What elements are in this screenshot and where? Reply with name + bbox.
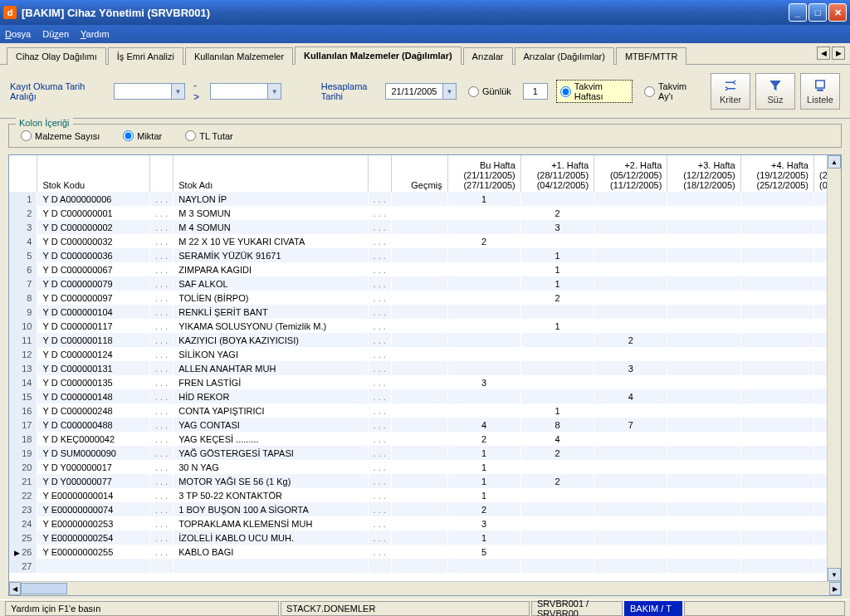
table-row[interactable]: 20Y D Y000000017. . .30 N YAG. . .1 (9, 460, 841, 474)
col-w2[interactable]: +2. Hafta(05/12/2005)(11/12/2005) (594, 155, 667, 192)
range-to-input[interactable] (210, 83, 268, 100)
tab-arizalar[interactable]: Arızalar (463, 47, 513, 65)
table-row[interactable]: 25Y E00000000254. . .İZOLELİ KABLO UCU M… (9, 530, 841, 545)
table-row[interactable]: 8Y D C000000097. . .TOLİEN (BİRPO). . .2 (9, 291, 841, 305)
tab-mtbf[interactable]: MTBF/MTTR (616, 47, 687, 65)
col-w0[interactable]: Bu Hafta(21/11/2005)(27/11/2005) (447, 155, 520, 192)
tab-malzemeler[interactable]: Kullanılan Malzemeler (185, 47, 293, 65)
scroll-up-icon[interactable]: ▲ (828, 155, 841, 169)
table-row[interactable]: 3Y D C000000002. . .M 4 SOMUN. . .3 (9, 220, 841, 234)
radio-haftasi[interactable]: Takvim Haftası (556, 80, 633, 103)
range-label: Kayıt Okuma Tarih Aralığı (10, 81, 105, 101)
range-from-input[interactable] (114, 83, 172, 100)
table-row[interactable]: 26Y E00000000255. . .KABLO BAGI. . .5 (9, 545, 841, 559)
title-bar: d [BAKIM] Cihaz Yönetimi (SRVBR001) _ □ … (0, 0, 850, 25)
table-row[interactable]: 4Y D C000000032. . .M 22 X 10 VE YUKARI … (9, 234, 841, 248)
table-row[interactable]: 10Y D C000000117. . .YIKAMA SOLUSYONU (T… (9, 319, 841, 333)
horizontal-scrollbar[interactable]: ◀ ▶ (9, 581, 841, 595)
filter-bar: Kayıt Okuma Tarih Aralığı ▼ -> ▼ Hesapla… (0, 65, 850, 119)
table-row[interactable]: 7Y D C000000079. . .SAF ALKOL. . .1 (9, 276, 841, 291)
app-icon: d (3, 6, 17, 19)
kolon-icerigi-group: Kolon İçeriği Malzeme Sayısı Miktar TL T… (8, 124, 842, 148)
table-row[interactable]: 18Y D KEÇ0000042. . .YAG KEÇESİ ........… (9, 432, 841, 446)
col-gecmis[interactable]: Geçmiş (391, 155, 447, 192)
kriter-button[interactable]: Kriter (711, 73, 750, 110)
menu-bar: Dosya Düzen Yardım (0, 25, 850, 43)
table-row[interactable]: 24Y E00000000253. . .TOPRAKLAMA KLEMENSİ… (9, 516, 841, 530)
col-stok-adi[interactable]: Stok Adı (173, 155, 368, 192)
listele-button[interactable]: Listele (800, 73, 840, 110)
arrow-icon: -> (193, 80, 202, 103)
calc-date-dd[interactable]: ▼ (443, 83, 457, 100)
minimize-button[interactable]: _ (789, 3, 807, 22)
calc-label: Hesaplama Tarihi (321, 81, 380, 101)
table-row[interactable]: 11Y D C000000118. . .KAZIYICI (BOYA KAZI… (9, 333, 841, 347)
table-row[interactable]: 21Y D Y000000077. . .MOTOR YAĞI SE 56 (1… (9, 474, 841, 488)
table-row[interactable]: 13Y D C000000131. . .ALLEN ANAHTAR MUH. … (9, 361, 841, 375)
table-row[interactable]: 6Y D C000000067. . .ZIMPARA KAGIDI. . .1 (9, 262, 841, 276)
col-w1[interactable]: +1. Hafta(28/11/2005)(04/12/2005) (520, 155, 594, 192)
table-row[interactable]: 22Y E00000000014. . .3 TP 50-22 KONTAKTÖ… (9, 488, 841, 502)
close-button[interactable]: ✕ (828, 3, 847, 22)
col-w4[interactable]: +4. Hafta(19/12/2005)(25/12/2005) (740, 155, 813, 192)
tab-malzemeler-dagilim[interactable]: Kullanılan Malzemeler (Dağılımlar) (295, 46, 462, 65)
tab-cihaz-olay[interactable]: Cihaz Olay Dağılımı (7, 47, 106, 65)
radio-gunluk[interactable]: Günlük (465, 86, 515, 98)
menu-yardim[interactable]: Yardım (81, 29, 110, 39)
col-w3[interactable]: +3. Hafta(12/12/2005)(18/12/2005) (667, 155, 740, 192)
table-row[interactable]: 9Y D C000000104. . .RENKLİ ŞERİT BANT. .… (9, 305, 841, 319)
calc-date-input[interactable] (385, 83, 443, 100)
table-row[interactable]: 23Y E00000000074. . .1 BOY BUŞON 100 A S… (9, 502, 841, 516)
vertical-scrollbar[interactable]: ▲ ▼ (827, 155, 841, 581)
tab-is-emri[interactable]: İş Emri Analizi (108, 47, 183, 65)
tab-scroll-left[interactable]: ◀ (817, 46, 830, 60)
col-stok-kodu[interactable]: Stok Kodu (37, 155, 150, 192)
table-row[interactable]: 5Y D C000000036. . .SERAMİK YÜZÜK 91671.… (9, 248, 841, 262)
window-title: [BAKIM] Cihaz Yönetimi (SRVBR001) (22, 7, 210, 19)
range-from-dd[interactable]: ▼ (172, 83, 185, 100)
table-row[interactable]: 15Y D C000000148. . .HİD REKOR. . .4 (9, 389, 841, 403)
scroll-down-icon[interactable]: ▼ (828, 568, 841, 581)
group-legend: Kolon İçeriği (16, 118, 73, 128)
svg-rect-1 (817, 90, 823, 91)
menu-duzen[interactable]: Düzen (42, 29, 69, 39)
data-grid: Stok Kodu Stok Adı Geçmiş Bu Hafta(21/11… (8, 154, 842, 596)
table-row[interactable]: 14Y D C000000135. . .FREN LASTİGİ. . .3 (9, 375, 841, 389)
status-mid: STACK7.DONEMLER (281, 601, 530, 616)
svg-rect-0 (816, 81, 825, 88)
table-row[interactable]: 12Y D C000000124. . .SİLİKON YAGI. . . (9, 347, 841, 361)
tab-arizalar-dagilim[interactable]: Arızalar (Dağılımlar) (515, 47, 614, 65)
radio-malzeme-sayisi[interactable]: Malzeme Sayısı (17, 130, 103, 142)
scroll-left-icon[interactable]: ◀ (9, 582, 21, 595)
scroll-right-icon[interactable]: ▶ (829, 582, 841, 595)
scroll-thumb[interactable] (21, 583, 67, 594)
maximize-button[interactable]: □ (808, 3, 827, 22)
tab-scroll-right[interactable]: ▶ (832, 46, 845, 60)
status-help: Yardım için F1'e basın (5, 601, 279, 616)
status-bar: Yardım için F1'e basın STACK7.DONEMLER S… (0, 599, 850, 616)
table-row[interactable]: 19Y D SUM0000090. . .YAĞ GÖSTERGESİ TAPA… (9, 446, 841, 460)
table-row[interactable]: 1Y D A000000006. . .NAYLON İP. . .1 (9, 192, 841, 206)
radio-tl-tutar[interactable]: TL Tutar (182, 130, 237, 142)
tab-strip: Cihaz Olay Dağılımı İş Emri Analizi Kull… (0, 43, 850, 65)
status-srv: SRVBR001 / SRVBR00 (531, 601, 623, 616)
status-spacer (684, 601, 845, 616)
suz-button[interactable]: Süz (755, 73, 795, 110)
table-row[interactable]: 27 (9, 559, 841, 573)
menu-dosya[interactable]: Dosya (5, 29, 31, 39)
table-row[interactable]: 16Y D C000000248. . .CONTA YAPIŞTIRICI. … (9, 403, 841, 418)
table-row[interactable]: 2Y D C000000001. . .M 3 SOMUN. . .2 (9, 206, 841, 220)
radio-miktar[interactable]: Miktar (120, 130, 165, 142)
table-row[interactable]: 17Y D C000000488. . .YAG CONTASI. . .487 (9, 418, 841, 432)
radio-ayi[interactable]: Takvim Ay'ı (641, 81, 702, 102)
status-mod: BAKIM / T (624, 601, 682, 616)
gunluk-count[interactable] (523, 83, 548, 100)
range-to-dd[interactable]: ▼ (268, 83, 281, 100)
